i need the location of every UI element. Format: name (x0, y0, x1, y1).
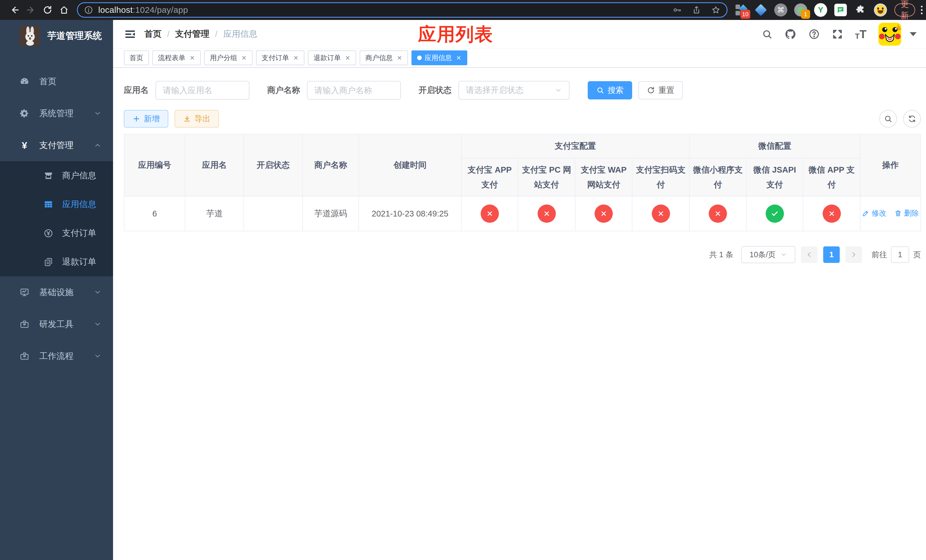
toggle-search-button[interactable] (879, 110, 897, 128)
sidebar-item-merchant-info[interactable]: 商户信息 (0, 161, 113, 190)
col-app-name: 应用名 (185, 134, 244, 196)
app-title: 芋道管理系统 (47, 30, 102, 42)
close-icon[interactable] (456, 55, 461, 61)
page-size-select[interactable]: 10条/页 (741, 246, 795, 263)
password-key-icon[interactable] (673, 5, 682, 15)
delete-link[interactable]: 删除 (894, 208, 919, 218)
extension-command-icon[interactable]: ⌘ (774, 3, 787, 17)
group-wechat-config: 微信配置 (689, 134, 860, 158)
gear-icon (20, 108, 30, 118)
sidebar-logo[interactable]: 芋道管理系统 (0, 20, 113, 52)
col-created-at: 创建时间 (359, 134, 461, 196)
sidebar-item-workflow[interactable]: 工作流程 (0, 340, 113, 372)
search-icon[interactable] (762, 29, 773, 39)
monitor-chart-icon (20, 287, 30, 297)
cell-created-at: 2021-10-23 08:49:25 (359, 196, 461, 231)
help-icon[interactable] (808, 29, 820, 40)
chevron-down-icon (94, 288, 101, 296)
site-info-icon[interactable] (84, 5, 93, 15)
col-alipay-pc: 支付宝 PC 网站支付 (518, 158, 575, 196)
sidebar-item-payment[interactable]: ¥ 支付管理 (0, 129, 113, 161)
sidebar-item-pay-order[interactable]: 支付订单 (0, 219, 113, 248)
close-icon[interactable] (293, 55, 299, 61)
browser-reload-button[interactable] (39, 2, 56, 18)
sidebar-item-app-info[interactable]: 应用信息 (0, 190, 113, 219)
sidebar-item-home[interactable]: 首页 (0, 65, 113, 97)
sidebar-collapse-button[interactable] (121, 25, 139, 43)
page-number-1[interactable]: 1 (823, 247, 840, 263)
refresh-table-button[interactable] (903, 110, 921, 128)
cell-wechat-jsapi (746, 196, 803, 231)
tab-pay-order[interactable]: 支付订单 (256, 50, 304, 65)
sidebar-item-system[interactable]: 系统管理 (0, 97, 113, 129)
browser-home-button[interactable] (56, 2, 72, 18)
sidebar-item-refund-order[interactable]: 退款订单 (0, 248, 113, 276)
table-toolbar: 新增 导出 (124, 110, 921, 128)
tab-home[interactable]: 首页 (124, 50, 149, 65)
breadcrumb-home[interactable]: 首页 (144, 28, 162, 40)
extension-y-icon[interactable]: Y (814, 3, 827, 17)
share-icon[interactable] (692, 5, 701, 15)
close-icon[interactable] (345, 55, 351, 61)
status-select[interactable]: 请选择开启状态 (458, 81, 569, 100)
extension-gem-icon[interactable] (754, 3, 767, 17)
tags-view-bar: 首页 流程表单 用户分组 支付订单 退款订单 商户信息 应用信息 (113, 48, 926, 68)
extensions-puzzle-icon[interactable] (854, 3, 867, 17)
search-button[interactable]: 搜索 (588, 81, 632, 100)
yen-icon: ¥ (20, 140, 30, 150)
browser-update-button[interactable]: 更新 (894, 3, 915, 17)
url-path: :1024/pay/app (133, 5, 188, 15)
app-name-label: 应用名 (124, 85, 149, 96)
merchant-name-input[interactable] (307, 81, 401, 100)
sidebar-item-label: 系统管理 (39, 107, 73, 120)
browser-forward-button[interactable] (23, 2, 39, 18)
sidebar-item-infrastructure[interactable]: 基础设施 (0, 276, 113, 308)
tab-user-group[interactable]: 用户分组 (204, 50, 253, 65)
reset-button[interactable]: 重置 (639, 81, 683, 100)
forward-icon (26, 5, 36, 15)
sidebar-item-label: 首页 (39, 76, 56, 88)
browser-menu-icon[interactable] (921, 6, 923, 14)
col-app-id: 应用编号 (124, 134, 185, 196)
url-host: localhost (98, 5, 133, 15)
tab-refund-order[interactable]: 退款订单 (308, 50, 356, 65)
extension-blocks-icon[interactable]: 10 (734, 3, 747, 17)
browser-back-button[interactable] (6, 2, 23, 18)
bookmark-star-icon[interactable] (711, 5, 720, 15)
github-icon[interactable] (784, 28, 796, 40)
status-x-icon (652, 204, 670, 223)
address-bar[interactable]: localhost:1024/pay/app (77, 2, 728, 18)
cell-merchant: 芋道源码 (303, 196, 359, 231)
prev-page-button[interactable] (801, 247, 817, 263)
sidebar-menu: 首页 系统管理 ¥ 支付管理 (0, 65, 113, 372)
cell-actions: 修改 删除 (860, 196, 921, 231)
col-actions: 操作 (860, 134, 921, 196)
export-button[interactable]: 导出 (174, 110, 219, 128)
avatar-caret-icon[interactable] (910, 32, 917, 36)
fullscreen-icon[interactable] (832, 29, 843, 40)
extension-chat-icon[interactable] (834, 3, 847, 17)
store-icon (43, 171, 53, 181)
browser-profile-avatar[interactable] (874, 3, 887, 17)
browser-extensions: 10 ⌘ 1 Y (734, 3, 887, 17)
edit-link[interactable]: 修改 (862, 208, 887, 218)
status-check-icon (766, 204, 784, 223)
extension-recorder-icon[interactable]: 1 (794, 3, 807, 17)
close-icon[interactable] (241, 55, 247, 61)
close-icon[interactable] (396, 55, 402, 61)
tab-app-info[interactable]: 应用信息 (412, 50, 467, 65)
table-row: 6 芋道 芋道源码 2021-10-23 08:49:25 (124, 196, 921, 231)
page-annotation-title: 应用列表 (418, 22, 493, 47)
breadcrumb-payment[interactable]: 支付管理 (175, 28, 209, 40)
font-size-icon[interactable]: TT (855, 29, 867, 40)
add-button[interactable]: 新增 (124, 110, 168, 128)
goto-page-input[interactable] (891, 247, 909, 263)
tab-process-form[interactable]: 流程表单 (152, 50, 201, 65)
app-name-input[interactable] (156, 81, 250, 100)
close-icon[interactable] (189, 55, 195, 61)
trash-icon (894, 210, 902, 217)
tab-merchant-info[interactable]: 商户信息 (360, 50, 408, 65)
sidebar-item-dev-tools[interactable]: 研发工具 (0, 308, 113, 340)
next-page-button[interactable] (846, 247, 862, 263)
user-avatar[interactable] (878, 23, 901, 45)
